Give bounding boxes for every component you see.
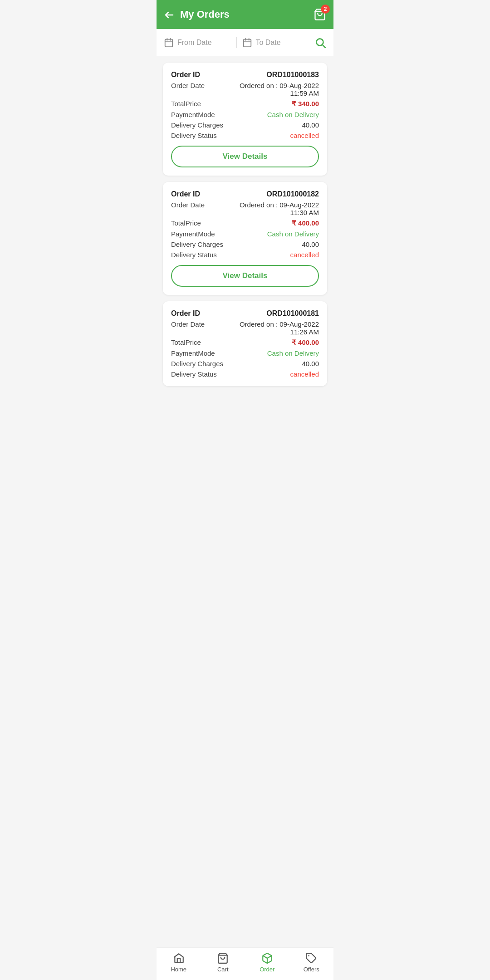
delivery-charges-value-2: 40.00 <box>235 240 319 248</box>
cart-badge: 2 <box>321 5 330 14</box>
order-id-row-2: Order ID ORD101000182 <box>171 190 319 198</box>
delivery-charges-value-3: 40.00 <box>235 360 319 368</box>
total-price-value-1: ₹ 340.00 <box>235 100 319 108</box>
order-id-label-3: Order ID <box>171 309 235 318</box>
order-card-1: Order ID ORD101000183 Order Date Ordered… <box>163 63 327 176</box>
delivery-status-label-2: Delivery Status <box>171 251 235 259</box>
back-button[interactable] <box>164 9 175 20</box>
order-id-value-1: ORD101000183 <box>235 71 319 79</box>
order-price-row-3: TotalPrice ₹ 400.00 <box>171 338 319 347</box>
order-card-2: Order ID ORD101000182 Order Date Ordered… <box>163 182 327 295</box>
order-price-row-1: TotalPrice ₹ 340.00 <box>171 100 319 108</box>
order-date-row-1: Order Date Ordered on : 09-Aug-2022 11:5… <box>171 82 319 97</box>
delivery-status-label: Delivery Status <box>171 132 235 139</box>
order-date-value-2: Ordered on : 09-Aug-2022 11:30 AM <box>235 201 319 216</box>
order-delivery-charges-row-1: Delivery Charges 40.00 <box>171 121 319 129</box>
payment-mode-label-3: PaymentMode <box>171 349 235 357</box>
payment-mode-label-2: PaymentMode <box>171 230 235 238</box>
delivery-status-label-3: Delivery Status <box>171 370 235 378</box>
total-price-label-3: TotalPrice <box>171 338 235 346</box>
total-price-value-2: ₹ 400.00 <box>235 219 319 227</box>
order-date-value-1: Ordered on : 09-Aug-2022 11:59 AM <box>235 82 319 97</box>
payment-mode-value-3: Cash on Delivery <box>235 349 319 357</box>
order-id-label: Order ID <box>171 71 235 79</box>
total-price-value-3: ₹ 400.00 <box>235 338 319 347</box>
order-date-row-3: Order Date Ordered on : 09-Aug-2022 11:2… <box>171 320 319 336</box>
delivery-charges-value-1: 40.00 <box>235 121 319 129</box>
order-date-row-2: Order Date Ordered on : 09-Aug-2022 11:3… <box>171 201 319 216</box>
order-date-label-2: Order Date <box>171 201 235 209</box>
order-id-value-3: ORD101000181 <box>235 309 319 318</box>
order-id-row-3: Order ID ORD101000181 <box>171 309 319 318</box>
order-card-3: Order ID ORD101000181 Order Date Ordered… <box>163 301 327 386</box>
cart-button[interactable]: 2 <box>314 8 326 21</box>
payment-mode-value-1: Cash on Delivery <box>235 111 319 118</box>
orders-list: Order ID ORD101000183 Order Date Ordered… <box>157 56 333 422</box>
order-delivery-charges-row-2: Delivery Charges 40.00 <box>171 240 319 248</box>
view-details-button-2[interactable]: View Details <box>171 265 319 287</box>
filter-row: From Date To Date <box>157 29 333 56</box>
order-payment-row-1: PaymentMode Cash on Delivery <box>171 111 319 118</box>
page-title: My Orders <box>180 9 230 20</box>
from-date-label: From Date <box>177 39 212 47</box>
from-date-input[interactable]: From Date <box>164 38 231 48</box>
view-details-button-1[interactable]: View Details <box>171 146 319 167</box>
delivery-status-value-1: cancelled <box>235 132 319 139</box>
search-button[interactable] <box>314 36 326 49</box>
order-id-value-2: ORD101000182 <box>235 190 319 198</box>
calendar-from-icon <box>164 38 174 48</box>
order-date-value-3: Ordered on : 09-Aug-2022 11:26 AM <box>235 320 319 336</box>
order-status-row-3: Delivery Status cancelled <box>171 370 319 378</box>
delivery-charges-label-3: Delivery Charges <box>171 360 235 368</box>
order-delivery-charges-row-3: Delivery Charges 40.00 <box>171 360 319 368</box>
order-status-row-1: Delivery Status cancelled <box>171 132 319 139</box>
delivery-status-value-3: cancelled <box>235 370 319 378</box>
order-date-label-3: Order Date <box>171 320 235 328</box>
delivery-status-value-2: cancelled <box>235 251 319 259</box>
order-id-row: Order ID ORD101000183 <box>171 71 319 79</box>
payment-mode-label: PaymentMode <box>171 111 235 118</box>
to-date-label: To Date <box>256 39 281 47</box>
svg-rect-1 <box>165 39 173 47</box>
total-price-label: TotalPrice <box>171 100 235 108</box>
order-payment-row-3: PaymentMode Cash on Delivery <box>171 349 319 357</box>
total-price-label-2: TotalPrice <box>171 219 235 227</box>
order-payment-row-2: PaymentMode Cash on Delivery <box>171 230 319 238</box>
filter-divider <box>236 37 237 48</box>
delivery-charges-label: Delivery Charges <box>171 121 235 129</box>
header: My Orders 2 <box>157 0 333 29</box>
order-id-label-2: Order ID <box>171 190 235 198</box>
order-date-label: Order Date <box>171 82 235 89</box>
svg-rect-5 <box>243 39 251 47</box>
payment-mode-value-2: Cash on Delivery <box>235 230 319 238</box>
delivery-charges-label-2: Delivery Charges <box>171 240 235 248</box>
svg-line-10 <box>323 45 325 48</box>
to-date-input[interactable]: To Date <box>242 38 309 48</box>
calendar-to-icon <box>242 38 252 48</box>
order-price-row-2: TotalPrice ₹ 400.00 <box>171 219 319 227</box>
order-status-row-2: Delivery Status cancelled <box>171 251 319 259</box>
